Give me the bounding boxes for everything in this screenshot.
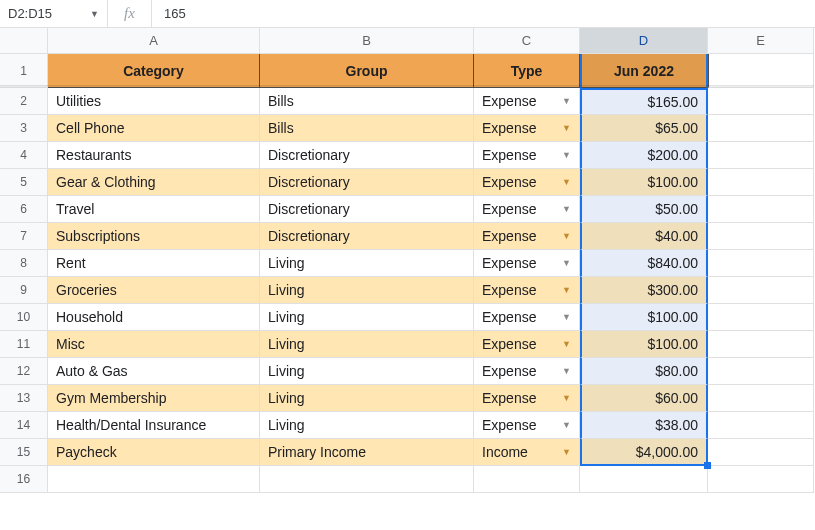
header-type[interactable]: Type — [474, 54, 580, 88]
cell-group[interactable]: Bills — [260, 88, 474, 115]
cell-amount[interactable]: $100.00 — [580, 169, 708, 196]
cell-amount[interactable]: $100.00 — [580, 331, 708, 358]
cell-blank[interactable] — [708, 385, 814, 412]
cell-blank[interactable] — [708, 223, 814, 250]
cell-group[interactable]: Living — [260, 277, 474, 304]
cell-type[interactable]: Expense▼ — [474, 223, 580, 250]
row-head-15[interactable]: 15 — [0, 439, 48, 466]
cell-blank[interactable] — [708, 250, 814, 277]
cell-amount[interactable]: $165.00 — [580, 88, 708, 115]
cell-group[interactable]: Discretionary — [260, 196, 474, 223]
formula-input[interactable]: 165 — [152, 6, 815, 21]
row-head-2[interactable]: 2 — [0, 88, 48, 115]
row-head-14[interactable]: 14 — [0, 412, 48, 439]
cell-amount[interactable]: $60.00 — [580, 385, 708, 412]
col-head-d[interactable]: D — [580, 28, 708, 54]
cell-group[interactable]: Living — [260, 412, 474, 439]
header-blank[interactable] — [708, 54, 814, 88]
dropdown-icon[interactable]: ▼ — [562, 393, 571, 403]
fx-label[interactable]: fx — [108, 0, 152, 27]
cell-category[interactable]: Health/Dental Insurance — [48, 412, 260, 439]
cell-category[interactable]: Cell Phone — [48, 115, 260, 142]
cell-blank[interactable] — [708, 277, 814, 304]
cell-amount[interactable]: $80.00 — [580, 358, 708, 385]
cell-blank[interactable] — [708, 358, 814, 385]
dropdown-icon[interactable]: ▼ — [562, 366, 571, 376]
cell-amount[interactable]: $100.00 — [580, 304, 708, 331]
cell-amount[interactable]: $4,000.00 — [580, 439, 708, 466]
cell-amount[interactable]: $38.00 — [580, 412, 708, 439]
cell-empty[interactable] — [708, 466, 814, 493]
cell-category[interactable]: Gear & Clothing — [48, 169, 260, 196]
cell-blank[interactable] — [708, 304, 814, 331]
cell-empty[interactable] — [474, 466, 580, 493]
cell-group[interactable]: Discretionary — [260, 169, 474, 196]
cell-group[interactable]: Living — [260, 385, 474, 412]
row-head-9[interactable]: 9 — [0, 277, 48, 304]
cell-group[interactable]: Discretionary — [260, 142, 474, 169]
cell-type[interactable]: Expense▼ — [474, 88, 580, 115]
cell-category[interactable]: Gym Membership — [48, 385, 260, 412]
row-head-3[interactable]: 3 — [0, 115, 48, 142]
header-category[interactable]: Category — [48, 54, 260, 88]
dropdown-icon[interactable]: ▼ — [562, 447, 571, 457]
cell-type[interactable]: Expense▼ — [474, 277, 580, 304]
dropdown-icon[interactable]: ▼ — [562, 231, 571, 241]
row-head-4[interactable]: 4 — [0, 142, 48, 169]
header-month[interactable]: Jun 2022 — [580, 54, 708, 88]
autofill-handle[interactable] — [704, 462, 711, 469]
cell-empty[interactable] — [580, 466, 708, 493]
cell-group[interactable]: Discretionary — [260, 223, 474, 250]
cell-type[interactable]: Expense▼ — [474, 196, 580, 223]
dropdown-icon[interactable]: ▼ — [562, 285, 571, 295]
row-head-10[interactable]: 10 — [0, 304, 48, 331]
cell-category[interactable]: Paycheck — [48, 439, 260, 466]
cell-amount[interactable]: $200.00 — [580, 142, 708, 169]
cell-category[interactable]: Auto & Gas — [48, 358, 260, 385]
dropdown-icon[interactable]: ▼ — [562, 204, 571, 214]
cell-blank[interactable] — [708, 169, 814, 196]
cell-blank[interactable] — [708, 196, 814, 223]
row-head-11[interactable]: 11 — [0, 331, 48, 358]
row-head-13[interactable]: 13 — [0, 385, 48, 412]
cell-amount[interactable]: $840.00 — [580, 250, 708, 277]
col-head-b[interactable]: B — [260, 28, 474, 54]
cell-group[interactable]: Living — [260, 331, 474, 358]
cell-amount[interactable]: $50.00 — [580, 196, 708, 223]
col-head-a[interactable]: A — [48, 28, 260, 54]
header-group[interactable]: Group — [260, 54, 474, 88]
col-head-e[interactable]: E — [708, 28, 814, 54]
cell-type[interactable]: Income▼ — [474, 439, 580, 466]
dropdown-icon[interactable]: ▼ — [562, 258, 571, 268]
dropdown-icon[interactable]: ▼ — [562, 420, 571, 430]
cell-category[interactable]: Groceries — [48, 277, 260, 304]
cell-category[interactable]: Subscriptions — [48, 223, 260, 250]
row-head-16[interactable]: 16 — [0, 466, 48, 493]
cell-blank[interactable] — [708, 142, 814, 169]
cell-amount[interactable]: $300.00 — [580, 277, 708, 304]
cell-type[interactable]: Expense▼ — [474, 412, 580, 439]
cell-group[interactable]: Living — [260, 250, 474, 277]
dropdown-icon[interactable]: ▼ — [88, 9, 101, 19]
cell-amount[interactable]: $65.00 — [580, 115, 708, 142]
cell-type[interactable]: Expense▼ — [474, 115, 580, 142]
dropdown-icon[interactable]: ▼ — [562, 150, 571, 160]
cell-group[interactable]: Bills — [260, 115, 474, 142]
dropdown-icon[interactable]: ▼ — [562, 96, 571, 106]
cell-blank[interactable] — [708, 331, 814, 358]
cell-type[interactable]: Expense▼ — [474, 250, 580, 277]
cell-group[interactable]: Living — [260, 304, 474, 331]
dropdown-icon[interactable]: ▼ — [562, 177, 571, 187]
cell-category[interactable]: Rent — [48, 250, 260, 277]
name-box[interactable]: D2:D15 ▼ — [0, 0, 108, 27]
dropdown-icon[interactable]: ▼ — [562, 339, 571, 349]
row-head-1[interactable]: 1 — [0, 54, 48, 88]
dropdown-icon[interactable]: ▼ — [562, 312, 571, 322]
cell-type[interactable]: Expense▼ — [474, 331, 580, 358]
row-head-12[interactable]: 12 — [0, 358, 48, 385]
cell-type[interactable]: Expense▼ — [474, 142, 580, 169]
cell-blank[interactable] — [708, 439, 814, 466]
dropdown-icon[interactable]: ▼ — [562, 123, 571, 133]
cell-type[interactable]: Expense▼ — [474, 385, 580, 412]
cell-amount[interactable]: $40.00 — [580, 223, 708, 250]
